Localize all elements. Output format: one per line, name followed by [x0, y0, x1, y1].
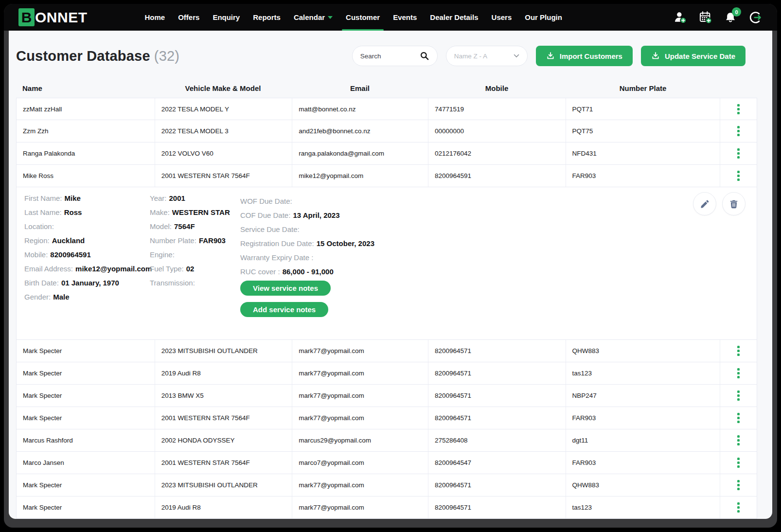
brand-logo-text: ONNET	[35, 9, 88, 26]
nav-item-customer[interactable]: Customer	[346, 4, 380, 31]
update-service-date-label: Update Service Date	[665, 52, 735, 60]
app-window: B ONNET HomeOffersEnquiryReportsCalendar…	[4, 4, 777, 528]
notification-bell-icon[interactable]: 0	[724, 11, 737, 24]
table-row[interactable]: zzMatt zzHall 2022 TESLA MODEL Y matt@bo…	[16, 98, 757, 120]
detail-field: Transmission:	[150, 278, 230, 288]
calendar-add-icon[interactable]	[699, 11, 712, 24]
table-rows-bottom: Mark Specter 2023 MITSUBISHI OUTLANDER m…	[16, 340, 757, 519]
nav-item-offers[interactable]: Offers	[178, 4, 199, 31]
add-service-notes-button[interactable]: Add service notes	[240, 302, 328, 317]
logout-icon[interactable]	[749, 11, 763, 24]
detail-field: Year:2001	[150, 193, 230, 203]
nav-item-events[interactable]: Events	[393, 4, 417, 31]
chevron-down-icon	[328, 16, 333, 19]
row-actions-menu-icon[interactable]	[735, 433, 742, 447]
delete-customer-button[interactable]	[722, 192, 746, 215]
detail-field: Gender:Male	[24, 292, 152, 302]
page-content: Customer Database(32) Name Z - A	[9, 31, 772, 519]
sort-value: Name Z - A	[454, 53, 487, 60]
column-header: Number Plate	[566, 84, 720, 92]
row-actions-menu-icon[interactable]	[735, 366, 742, 380]
detail-field: Region:Auckland	[24, 235, 152, 246]
row-actions-menu-icon[interactable]	[735, 344, 742, 358]
nav-item-reports[interactable]: Reports	[253, 4, 281, 31]
nav-item-home[interactable]: Home	[145, 4, 165, 31]
table-row[interactable]: Mark Specter 2019 Audi R8 mark77@yopmail…	[16, 497, 757, 519]
table-row[interactable]: Zzm Zzh 2022 TESLA MODEL 3 and21feb@bonn…	[16, 120, 757, 142]
table-row[interactable]: Mark Specter 2001 WESTERN STAR 7564F mar…	[16, 407, 757, 429]
download-icon	[651, 52, 660, 60]
table-row[interactable]: Mark Specter 2023 MITSUBISHI OUTLANDER m…	[16, 474, 757, 497]
column-header: Name	[16, 84, 154, 92]
column-header: Vehicle Make & Model	[154, 84, 292, 92]
detail-field: Number Plate:FAR903	[150, 235, 230, 246]
search-box[interactable]	[352, 46, 438, 66]
nav-item-users[interactable]: Users	[492, 4, 512, 31]
row-actions-menu-icon[interactable]	[735, 124, 742, 138]
detail-field: Model:7564F	[150, 221, 230, 231]
detail-field: RUC cover :86,000 - 91,000	[240, 266, 374, 277]
detail-field: Engine:	[150, 249, 230, 260]
column-header: Email	[292, 84, 428, 92]
detail-field: Mobile:8200964591	[24, 249, 152, 260]
search-icon[interactable]	[420, 51, 429, 61]
main-nav: HomeOffersEnquiryReportsCalendarCustomer…	[145, 4, 562, 31]
detail-field: Last Name:Ross	[24, 207, 152, 217]
detail-dates-info: WOF Due Date: COF Due Date:13 April, 202…	[240, 196, 374, 317]
detail-field: Warranty Expiry Date :	[240, 252, 374, 263]
table-row[interactable]: Mark Specter 2023 MITSUBISHI OUTLANDER m…	[16, 340, 757, 362]
row-actions-menu-icon[interactable]	[735, 456, 742, 470]
update-service-date-button[interactable]: Update Service Date	[641, 46, 746, 66]
top-navbar: B ONNET HomeOffersEnquiryReportsCalendar…	[4, 4, 777, 31]
table-row[interactable]: Marcus Rashford 2002 HONDA ODYSSEY marcu…	[16, 429, 757, 452]
download-icon	[546, 52, 555, 60]
detail-personal-info: First Name:Mike Last Name:Ross Location:…	[24, 193, 152, 306]
table-row[interactable]: Mark Specter 2019 Audi R8 mark77@yopmail…	[16, 362, 757, 385]
table-row[interactable]: Marco Jansen 2001 WESTERN STAR 7564F mar…	[16, 452, 757, 474]
table-row[interactable]: Mark Specter 2013 BMW X5 mark77@yopmail.…	[16, 385, 757, 407]
detail-field: WOF Due Date:	[240, 196, 374, 206]
table-row[interactable]: Ranga Palakonda 2012 VOLVO V60 ranga.pal…	[16, 142, 757, 165]
detail-field: COF Due Date:13 April, 2023	[240, 210, 374, 220]
customer-count: (32)	[154, 48, 179, 64]
detail-field: Email Address:mike12@yopmail.com	[24, 264, 152, 274]
customer-detail-panel: First Name:Mike Last Name:Ross Location:…	[16, 187, 757, 340]
page-title: Customer Database(32)	[16, 48, 179, 64]
user-add-icon[interactable]	[674, 11, 687, 24]
row-actions-menu-icon[interactable]	[735, 500, 742, 514]
nav-item-our-plugin[interactable]: Our Plugin	[525, 4, 562, 31]
view-service-notes-button[interactable]: View service notes	[240, 281, 331, 296]
row-actions-menu-icon[interactable]	[735, 169, 742, 183]
row-actions-menu-icon[interactable]	[735, 411, 742, 425]
detail-field: Location:	[24, 221, 152, 231]
detail-field: Birth Date:01 January, 1970	[24, 278, 152, 288]
detail-field: First Name:Mike	[24, 193, 152, 203]
row-actions-menu-icon[interactable]	[735, 102, 742, 116]
header-controls: Name Z - A Import Customers	[352, 46, 746, 66]
table-header-row: NameVehicle Make & ModelEmailMobileNumbe…	[16, 78, 757, 98]
navbar-actions: 0	[674, 11, 763, 24]
detail-field: Make:WESTERN STAR	[150, 207, 230, 217]
page-header: Customer Database(32) Name Z - A	[16, 45, 765, 67]
edit-customer-button[interactable]	[693, 192, 716, 215]
row-actions-menu-icon[interactable]	[735, 389, 742, 403]
nav-item-enquiry[interactable]: Enquiry	[213, 4, 240, 31]
chevron-down-icon	[514, 54, 519, 58]
sort-dropdown[interactable]: Name Z - A	[446, 46, 528, 66]
row-actions-menu-icon[interactable]	[735, 478, 742, 492]
nav-item-dealer-details[interactable]: Dealer Details	[430, 4, 478, 31]
page-title-text: Customer Database	[16, 48, 150, 64]
brand-logo[interactable]: B ONNET	[18, 8, 88, 26]
search-input[interactable]	[360, 53, 418, 60]
brand-logo-mark: B	[18, 8, 35, 26]
table-row[interactable]: Mike Ross 2001 WESTERN STAR 7564F mike12…	[16, 165, 757, 187]
table-rows-top: zzMatt zzHall 2022 TESLA MODEL Y matt@bo…	[16, 98, 757, 187]
detail-field: Service Due Date:	[240, 224, 374, 234]
import-customers-button[interactable]: Import Customers	[536, 46, 633, 66]
nav-item-calendar[interactable]: Calendar	[294, 4, 333, 31]
customer-table: NameVehicle Make & ModelEmailMobileNumbe…	[16, 78, 757, 519]
notification-count-badge: 0	[732, 7, 741, 17]
detail-field: Fuel Type:02	[150, 264, 230, 274]
detail-vehicle-info: Year:2001 Make:WESTERN STAR Model:7564F …	[150, 193, 230, 292]
row-actions-menu-icon[interactable]	[735, 146, 742, 160]
